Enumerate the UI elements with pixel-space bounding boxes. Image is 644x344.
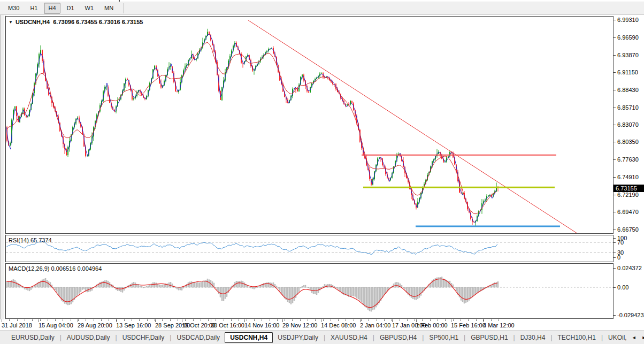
time-axis-minor-tick	[400, 319, 400, 321]
chart-tab-usdcad-daily[interactable]: USDCAD,Daily	[172, 332, 225, 343]
time-axis-minor-tick	[170, 319, 171, 321]
chart-tab-gbpusd-h4[interactable]: GBPUSD,H4	[375, 332, 421, 343]
macd-axis-label-tick	[614, 287, 616, 288]
chart-tab-sp500-h1[interactable]: SP500,H1	[424, 332, 463, 343]
macd-indicator-panel[interactable]: MACD(12,26,9) 0.006516 0.004964	[5, 263, 614, 319]
time-axis-minor-tick	[499, 319, 499, 321]
price-axis-label-tick	[614, 108, 616, 108]
time-axis-minor-tick	[438, 319, 438, 321]
chart-symbol: USDCNH,H4	[16, 19, 50, 25]
time-axis-minor-tick	[354, 319, 354, 321]
timeframe-button-w1[interactable]: W1	[81, 3, 98, 14]
time-axis-minor-tick	[101, 319, 102, 321]
time-axis[interactable]: 31 Jul 201815 Aug 04:0029 Aug 20:0013 Se…	[0, 319, 644, 330]
time-axis-minor-tick	[476, 319, 477, 321]
time-axis-minor-tick	[254, 319, 255, 321]
time-axis-minor-tick	[94, 319, 94, 321]
price-axis-label-tick	[614, 125, 616, 125]
time-axis-minor-tick	[78, 319, 79, 321]
time-axis-minor-tick	[384, 319, 385, 321]
chart-tab-xauusd-h4[interactable]: XAUUSD,H4	[326, 332, 372, 343]
time-axis-minor-tick	[369, 319, 369, 321]
price-axis-label: 6.99310	[617, 17, 639, 23]
time-axis-minor-tick	[86, 319, 86, 321]
rsi-chart-canvas[interactable]	[6, 235, 613, 262]
chart-tab-usdjpy-daily[interactable]: USDJPY,Daily	[273, 332, 323, 343]
time-axis-minor-tick	[407, 319, 408, 321]
time-axis-minor-tick	[315, 319, 316, 321]
time-axis-minor-tick	[124, 319, 125, 321]
time-axis-minor-tick	[17, 319, 18, 321]
symbol-dropdown-icon[interactable]: ▼	[9, 20, 13, 25]
price-axis-label: 6.91150	[617, 69, 638, 75]
time-axis-minor-tick	[484, 319, 484, 321]
time-axis-minor-tick	[178, 319, 178, 321]
chart-tab-dj30-h4[interactable]: DJ30,H4	[516, 332, 550, 343]
time-axis-minor-tick	[491, 319, 492, 321]
time-axis-minor-tick	[415, 319, 415, 321]
time-axis-label: 4 Mar 12:00	[483, 322, 515, 328]
chart-tab-audusd-daily[interactable]: AUDUSD,Daily	[62, 332, 115, 343]
chart-tab-eurusd-daily[interactable]: EURUSD,Daily	[6, 332, 59, 343]
time-axis-label: 14 Nov 16:00	[244, 322, 279, 328]
time-axis-minor-tick	[71, 319, 71, 321]
price-axis-label: 6.74910	[617, 174, 639, 180]
time-axis-minor-tick	[430, 319, 431, 321]
price-axis-label: 6.93870	[617, 52, 639, 58]
time-axis-minor-tick	[239, 319, 239, 321]
timeframe-button-h1[interactable]: H1	[26, 3, 42, 14]
time-axis-label: 29 Nov 12:00	[282, 322, 317, 328]
time-axis-minor-tick	[40, 319, 41, 321]
price-axis-label-tick	[614, 212, 616, 212]
time-axis-label: 14 Dec 08:00	[321, 322, 356, 328]
price-axis-label-tick	[614, 90, 616, 90]
time-axis-minor-tick	[48, 319, 48, 321]
price-axis-label: 6.66750	[617, 226, 639, 233]
macd-chart-canvas[interactable]	[6, 264, 613, 318]
chart-tab-gbpusd-h1[interactable]: GBPUSD,H1	[466, 332, 512, 343]
timeframe-button-h4[interactable]: H4	[44, 3, 60, 14]
time-axis-minor-tick	[270, 319, 270, 321]
timeframe-button-m30[interactable]: M30	[4, 3, 24, 14]
time-axis-minor-tick	[208, 319, 209, 321]
price-axis-label-tick	[614, 159, 616, 160]
timeframe-button-d1[interactable]: D1	[63, 3, 79, 14]
price-axis-label-tick	[614, 55, 616, 56]
time-axis-minor-tick	[216, 319, 216, 321]
time-axis-minor-tick	[346, 319, 346, 321]
chart-tab-usdcnh-h4[interactable]: USDCNH,H4	[225, 332, 273, 343]
time-axis-minor-tick	[292, 319, 293, 321]
time-axis-minor-tick	[139, 319, 140, 321]
macd-axis-label-tick	[614, 268, 616, 269]
chart-tab-tech100-h1[interactable]: TECH100,H1	[553, 332, 601, 343]
chart-tab-bar: EURUSD,Daily|AUDUSD,Daily|USDCHF,Daily|U…	[0, 331, 644, 344]
macd-axis-label-tick	[614, 315, 616, 316]
time-axis-minor-tick	[224, 319, 224, 321]
time-axis-minor-tick	[162, 319, 163, 321]
price-axis-label-tick	[614, 37, 616, 38]
time-axis-minor-tick	[445, 319, 446, 321]
time-axis-minor-tick	[9, 319, 10, 321]
price-axis-label: 6.72190	[617, 192, 639, 198]
timeframe-button-mn[interactable]: MN	[100, 3, 118, 14]
time-axis-label: 31 Jul 2018	[2, 322, 32, 328]
price-axis[interactable]: 6.73155 6.993106.965906.938706.911506.88…	[614, 0, 644, 344]
toolbar-separator	[123, 3, 124, 13]
price-axis-label-tick	[614, 177, 616, 178]
time-axis-minor-tick	[185, 319, 186, 321]
time-axis-minor-tick	[338, 319, 339, 321]
time-axis-minor-tick	[300, 319, 301, 321]
price-axis-label: 6.88430	[617, 87, 639, 93]
time-axis-minor-tick	[453, 319, 454, 321]
chart-tab-usdchf-daily[interactable]: USDCHF,Daily	[118, 332, 170, 343]
time-axis-minor-tick	[262, 319, 262, 321]
price-chart-canvas[interactable]	[6, 17, 613, 233]
price-chart-panel[interactable]: ▼USDCNH,H4 6.73096 6.73455 6.73016 6.731…	[5, 16, 614, 234]
time-axis-label: 2 Jan 04:00	[360, 322, 391, 328]
window-left-edge	[0, 15, 5, 319]
time-axis-minor-tick	[308, 319, 308, 321]
time-axis-minor-tick	[147, 319, 148, 321]
rsi-axis-label: 0	[617, 254, 620, 261]
rsi-indicator-panel[interactable]: RSI(14) 65.7374	[5, 235, 614, 262]
time-axis-minor-tick	[361, 319, 362, 321]
